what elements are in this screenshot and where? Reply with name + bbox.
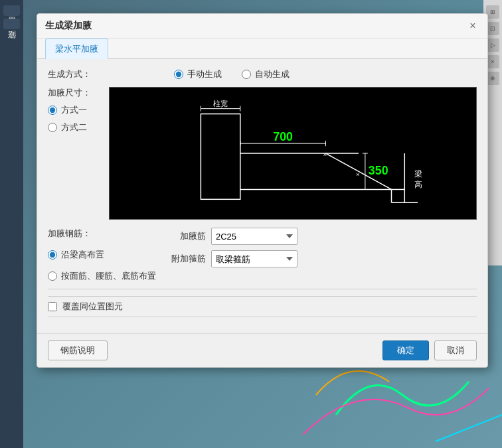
svg-text:×: × xyxy=(323,151,327,158)
rebar-section-label: 加腋钢筋： xyxy=(48,228,156,240)
diagram-svg: 柱宽 700 350 xyxy=(110,88,476,219)
svg-text:高: 高 xyxy=(414,180,422,189)
close-button[interactable]: × xyxy=(466,19,479,33)
along-height-label: 沿梁高布置 xyxy=(61,249,104,261)
haunch-bar-row: 加腋筋 2C25 2C20 2C16 3C25 xyxy=(169,228,477,245)
layer-tab[interactable]: 层表 xyxy=(3,5,20,16)
confirm-button[interactable]: 确定 xyxy=(382,340,429,360)
along-height-radio[interactable] xyxy=(48,250,57,260)
by-face-radio[interactable] xyxy=(48,271,57,281)
dialog-title: 生成梁加腋 xyxy=(45,20,92,32)
additional-stirrup-label: 附加箍筋 xyxy=(169,253,206,265)
style2-label: 方式二 xyxy=(61,121,87,133)
select-tab[interactable]: 别选 xyxy=(3,19,20,29)
dialog-overlay: 生成梁加腋 × 梁水平加腋 生成方式： 手动生成 自动生成 xyxy=(23,0,502,448)
rebar-section: 加腋钢筋： 沿梁高布置 按面筋、腰筋、底筋布置 加腋筋 xyxy=(48,228,477,282)
dialog-content: 生成方式： 手动生成 自动生成 加腋尺寸： xyxy=(37,59,487,333)
svg-text:柱宽: 柱宽 xyxy=(213,100,228,108)
dialog-titlebar: 生成梁加腋 × xyxy=(37,14,487,38)
auto-option[interactable]: 自动生成 xyxy=(242,68,290,80)
cancel-button[interactable]: 取消 xyxy=(434,340,477,360)
generation-method-options: 手动生成 自动生成 xyxy=(174,68,290,80)
generation-method-label: 生成方式： xyxy=(48,68,94,80)
content-area: 加腋尺寸： 方式一 方式二 xyxy=(48,87,477,220)
separator-1 xyxy=(48,289,477,289)
dialog-footer: 钢筋说明 确定 取消 xyxy=(37,333,487,367)
additional-stirrup-select[interactable]: 取梁箍筋 自定义 xyxy=(211,250,297,267)
overwrite-label[interactable]: 覆盖同位置图元 xyxy=(62,301,123,313)
style1-option[interactable]: 方式一 xyxy=(48,104,101,116)
along-height-option[interactable]: 沿梁高布置 xyxy=(48,249,156,261)
left-panel: 层表 别选 xyxy=(0,0,23,448)
haunch-size-section: 加腋尺寸： 方式一 方式二 xyxy=(48,87,101,220)
style2-radio[interactable] xyxy=(48,123,57,132)
manual-label: 手动生成 xyxy=(187,68,222,80)
manual-radio[interactable] xyxy=(174,70,183,79)
overwrite-checkbox[interactable] xyxy=(48,302,57,311)
haunch-bar-label: 加腋筋 xyxy=(169,230,206,242)
auto-radio[interactable] xyxy=(242,70,251,79)
tab-beam-horizontal[interactable]: 梁水平加腋 xyxy=(45,38,108,59)
by-face-label: 按面筋、腰筋、底筋布置 xyxy=(61,270,156,282)
style2-option[interactable]: 方式二 xyxy=(48,121,101,133)
manual-option[interactable]: 手动生成 xyxy=(174,68,222,80)
auto-label: 自动生成 xyxy=(255,68,290,80)
checkbox-section: 覆盖同位置图元 xyxy=(48,296,477,317)
rebar-dropdowns: 加腋筋 2C25 2C20 2C16 3C25 附加箍筋 取梁箍筋 自定义 xyxy=(169,228,477,267)
main-dialog: 生成梁加腋 × 梁水平加腋 生成方式： 手动生成 自动生成 xyxy=(37,13,488,368)
by-face-option[interactable]: 按面筋、腰筋、底筋布置 xyxy=(48,270,156,282)
svg-text:350: 350 xyxy=(369,164,388,177)
rebar-note-button[interactable]: 钢筋说明 xyxy=(48,340,108,360)
generation-method-row: 生成方式： 手动生成 自动生成 xyxy=(48,68,477,80)
style1-label: 方式一 xyxy=(61,104,87,116)
additional-stirrup-row: 附加箍筋 取梁箍筋 自定义 xyxy=(169,250,477,267)
style1-radio[interactable] xyxy=(48,106,57,115)
haunch-size-label: 加腋尺寸： xyxy=(48,87,101,99)
diagram-area: 柱宽 700 350 xyxy=(109,87,477,220)
svg-text:梁: 梁 xyxy=(414,169,422,179)
tab-strip: 梁水平加腋 xyxy=(37,38,487,59)
svg-text:700: 700 xyxy=(273,130,293,143)
svg-text:×: × xyxy=(356,171,360,178)
haunch-bar-select[interactable]: 2C25 2C20 2C16 3C25 xyxy=(211,228,297,245)
footer-btn-group: 确定 取消 xyxy=(382,340,477,360)
rebar-placement: 加腋钢筋： 沿梁高布置 按面筋、腰筋、底筋布置 xyxy=(48,228,156,282)
